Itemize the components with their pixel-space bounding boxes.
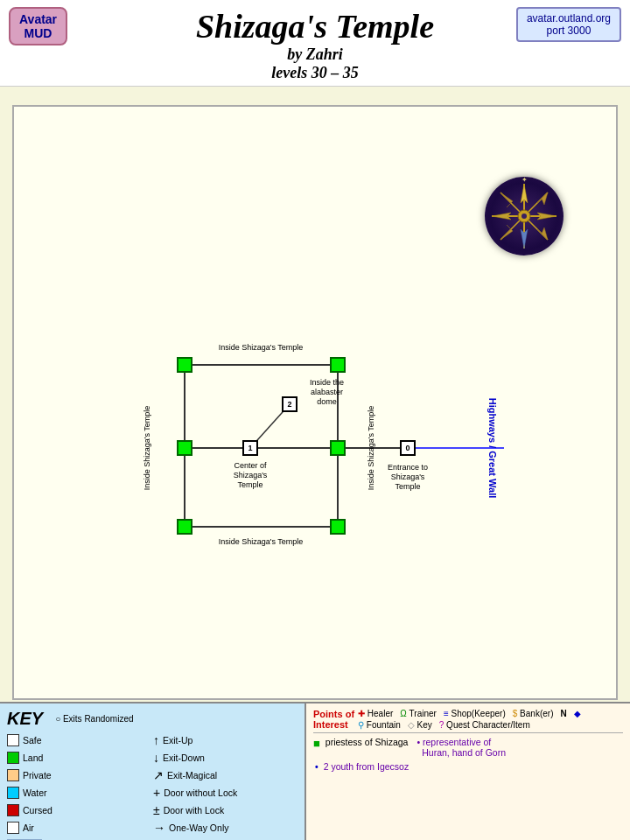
key-private: Private	[7, 768, 151, 782]
room-center-label: Center ofShizaga'sTemple	[234, 461, 268, 489]
avatar-line1: Avatar	[19, 12, 57, 26]
left-area-label: Inside Shizaga's Temple	[143, 406, 151, 491]
footer: KEY ○ Exits Randomized Safe ↑ Exit-Up La…	[0, 702, 630, 840]
room-nw	[177, 357, 192, 373]
key-one-way: → One-Way Only	[153, 821, 298, 835]
room-center: 1	[242, 440, 258, 456]
points-title: Points ofInterest	[313, 709, 354, 730]
room-e	[330, 440, 346, 456]
key-safe: Safe	[7, 733, 151, 747]
room-dome-label: Inside thealabasterdome	[310, 378, 344, 406]
top-area-label: Inside Shizaga's Temple	[219, 343, 304, 353]
server-line1: avatar.outland.org	[527, 12, 611, 24]
room-ne	[330, 357, 346, 373]
page-header: Avatar MUD Shizaga's Temple by Zahri lev…	[0, 0, 630, 87]
map-area: ✦ Inside Shizaga's Temple Inside Shizaga…	[12, 105, 618, 700]
page-subtitle: by Zahri levels 30 – 35	[0, 46, 630, 82]
key-door-lock: ± Door with Lock	[153, 803, 298, 817]
room-sw	[177, 519, 192, 535]
key-door-no-lock: + Door without Lock	[153, 786, 298, 800]
key-water: Water	[7, 786, 151, 800]
key-exit-magical: ↗ Exit-Magical	[153, 768, 298, 782]
exits-randomized: ○ Exits Randomized	[55, 714, 133, 724]
mob-youth-desc: 2 youth from Igecsoz	[324, 761, 409, 772]
mob-list: ■ priestess of Shizaga • representative …	[313, 732, 623, 772]
land-box	[7, 752, 19, 764]
key-section: KEY ○ Exits Randomized Safe ↑ Exit-Up La…	[0, 704, 306, 840]
mob-priestess-icon: ■	[313, 737, 320, 750]
private-box	[7, 769, 19, 781]
room-entrance: 0	[400, 440, 416, 456]
room-dome: 2	[282, 396, 298, 412]
bottom-area-label: Inside Shizaga's Temple	[219, 537, 304, 547]
mob-priestess-label: priestess of Shizaga	[326, 737, 409, 747]
mob-priestess-desc: • representative of Huran, hand of Gorn	[416, 737, 506, 758]
room-w	[177, 440, 192, 456]
key-exit-down: ↓ Exit-Down	[153, 751, 298, 765]
server-badge: avatar.outland.org port 3000	[516, 7, 621, 42]
room-entrance-label: Entrance toShizaga'sTemple	[388, 463, 428, 491]
author-line: by Zahri	[287, 46, 343, 63]
room-se	[330, 519, 346, 535]
server-line2: port 3000	[547, 24, 592, 37]
safe-box	[7, 734, 19, 746]
mob-youth: • 2 youth from Igecsoz	[313, 761, 623, 772]
avatar-badge: Avatar MUD	[9, 7, 67, 46]
avatar-line2: MUD	[24, 26, 52, 40]
points-section: Points ofInterest ✚ Healer Ω Trainer ≡ S…	[306, 704, 630, 840]
key-air: Air	[7, 821, 151, 835]
key-land: Land	[7, 751, 151, 765]
mob-priestess: ■ priestess of Shizaga • representative …	[313, 737, 623, 758]
key-cursed: Cursed	[7, 803, 151, 817]
air-box	[7, 822, 19, 834]
levels-line: levels 30 – 35	[271, 64, 358, 81]
points-symbols: ✚ Healer Ω Trainer ≡ Shop(Keeper) $ Bank…	[358, 709, 623, 730]
right-area-label: Inside Shizaga's Temple	[367, 406, 375, 491]
cursed-box	[7, 804, 19, 816]
key-title: KEY	[7, 709, 43, 729]
water-box	[7, 787, 19, 799]
key-exit-up: ↑ Exit-Up	[153, 733, 298, 747]
highway-label: Highways / Great Wall	[487, 398, 498, 499]
mob-youth-icon: •	[315, 761, 318, 772]
